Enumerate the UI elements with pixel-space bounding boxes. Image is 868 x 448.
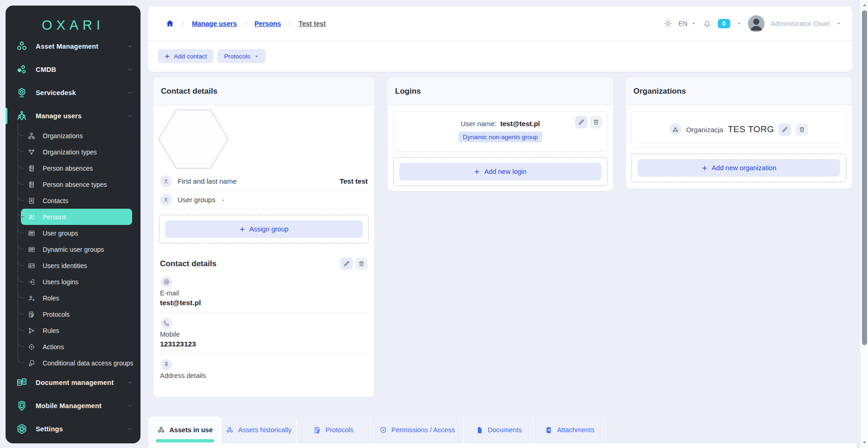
delete-organization-button[interactable] [796, 123, 808, 136]
assign-group-label: Assign group [249, 225, 289, 233]
caret-down-icon[interactable] [836, 21, 842, 26]
sidebar-subitem[interactable]: Rules [21, 322, 132, 339]
breadcrumb: Manage users Persons Test test [166, 19, 326, 28]
sidebar-section[interactable]: Manage users [6, 104, 140, 128]
field-label: User groups [178, 196, 216, 204]
sidebar-section[interactable]: Document management [6, 371, 140, 394]
sidebar-subitem[interactable]: Conditional data access groups [21, 355, 132, 371]
tab-label: Attachments [557, 426, 594, 434]
document-icon [476, 426, 484, 434]
add-new-login-button[interactable]: Add new login [399, 163, 601, 180]
oxari-logo: OXARI [6, 18, 140, 33]
notification-badge[interactable]: 0 [718, 19, 730, 28]
mobile-label: Mobile [160, 331, 368, 338]
sidebar-subitem[interactable]: Contacts [21, 192, 132, 209]
chevron-right-icon [287, 21, 293, 26]
tab[interactable]: Attachments [534, 416, 606, 443]
cmdb-icon [16, 64, 28, 76]
scrollbar-thumb[interactable] [862, 10, 867, 345]
sidebar-section[interactable]: Mobile Management [6, 394, 140, 417]
pencil-icon [343, 260, 350, 267]
breadcrumb-persons[interactable]: Persons [255, 20, 281, 27]
hexagon-avatar [158, 109, 229, 169]
sidebar-subitem[interactable]: Person absence types [21, 176, 132, 192]
organization-label: Organizacja [686, 126, 723, 134]
add-contact-button[interactable]: Add contact [158, 49, 213, 63]
contact-fields: First and last name Test test User group… [160, 172, 368, 209]
bell-icon[interactable] [702, 19, 712, 28]
sidebar-subitem[interactable]: Person absences [21, 160, 132, 176]
tab[interactable]: Documents [464, 416, 534, 443]
organization-name: TES TORG [728, 124, 774, 134]
tab-label: Protocols [326, 426, 353, 434]
sidebar-subitem[interactable]: User groups [21, 225, 132, 241]
tab[interactable]: Protocols [297, 416, 371, 443]
field-label: First and last name [178, 177, 237, 185]
protocol-doc-icon [313, 426, 321, 434]
sidebar-section[interactable]: Servicedesk [6, 81, 140, 104]
sidebar-subitem[interactable]: Actions [21, 339, 132, 355]
caret-down-icon [691, 21, 696, 26]
trash-icon [798, 126, 805, 133]
vertical-scrollbar[interactable] [860, 0, 868, 448]
organization-badge-icon [672, 126, 679, 133]
language-selector[interactable]: EN [678, 20, 696, 27]
plus-icon [239, 226, 245, 232]
breadcrumb-manage-users[interactable]: Manage users [192, 20, 237, 27]
avatar[interactable] [748, 15, 765, 32]
add-new-organization-button[interactable]: Add new organization [638, 159, 840, 177]
trash-icon [593, 119, 600, 126]
contacts-icon [28, 197, 35, 205]
chevron-right-icon [180, 21, 186, 26]
toolbar: Add contact Protocols [148, 41, 852, 71]
edit-contact-button[interactable] [340, 257, 353, 270]
sidebar-section[interactable]: CMDB [6, 58, 140, 81]
users-identities-icon [28, 262, 35, 269]
scroll-up-icon[interactable] [862, 2, 868, 8]
logins-card: Logins User name: test@test.pl Dynamic n… [388, 77, 613, 191]
add-new-login-label: Add new login [484, 168, 526, 175]
add-organization-zone: Add new organization [632, 154, 846, 182]
conditional-data-access-icon [28, 359, 35, 367]
tab[interactable]: Assets historically [222, 416, 297, 443]
protocols-dropdown-button[interactable]: Protocols [217, 49, 265, 63]
sidebar-subitem[interactable]: Roles [21, 290, 132, 306]
plus-icon [164, 53, 170, 59]
mobile-management-icon [16, 400, 28, 412]
sidebar-subitem[interactable]: Users logins [21, 274, 132, 290]
dynamic-user-groups-icon [28, 246, 35, 253]
shield-check-icon [379, 426, 387, 434]
assign-group-button[interactable]: Assign group [165, 220, 363, 238]
tab-label: Assets in use [169, 426, 213, 434]
scroll-down-icon[interactable] [862, 439, 868, 445]
user-menu[interactable]: Administrator Oxari [771, 19, 830, 27]
user-name-label: User name: [460, 120, 497, 128]
sidebar-section[interactable]: Asset Management [6, 35, 140, 58]
sidebar-subitem[interactable]: Dynamic user groups [21, 241, 132, 257]
edit-login-button[interactable] [575, 116, 587, 128]
sidebar-section[interactable]: Settings [6, 417, 140, 441]
sidebar-subitem[interactable]: Organization types [21, 144, 132, 160]
tab[interactable]: Permissions / Access [371, 416, 464, 443]
sidebar-subitem[interactable]: Persons [21, 209, 132, 225]
edit-organization-button[interactable] [779, 123, 791, 136]
sidebar-bottom-sections: Document management Mobile Management Se… [6, 371, 140, 441]
organizations-icon [28, 132, 35, 140]
sidebar-nav: Asset Management CMDB Servicedesk [6, 35, 140, 441]
delete-contact-button[interactable] [355, 257, 368, 270]
sidebar-subitem[interactable]: Users identities [21, 257, 132, 274]
caret-down-icon[interactable] [736, 21, 742, 26]
sidebar-subitem[interactable]: Protocols [21, 306, 132, 322]
dynamic-group-chip[interactable]: Dynamic non-agents group [459, 132, 542, 142]
delete-login-button[interactable] [590, 116, 602, 128]
tab[interactable]: Assets in use [148, 416, 222, 443]
user-groups-icon [28, 230, 35, 237]
mobile-detail: Mobile 123123123 [160, 313, 368, 354]
sidebar-subitem[interactable]: Organizations [21, 128, 132, 144]
divider [639, 143, 838, 143]
breadcrumb-current: Test test [299, 20, 326, 27]
gear-icon[interactable] [664, 19, 672, 28]
bottom-tabbar: Assets in use Assets historically Protoc… [148, 416, 606, 443]
home-icon[interactable] [166, 19, 174, 28]
assets-icon [226, 426, 234, 434]
